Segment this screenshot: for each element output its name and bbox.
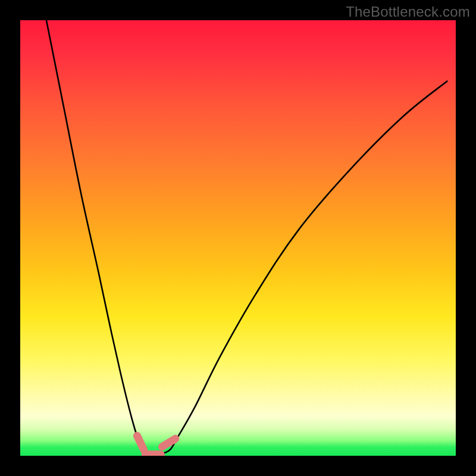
watermark-text: TheBottleneck.com [346,4,470,20]
bottleneck-curve [46,20,447,455]
curve-layer [20,20,456,456]
curve-markers [137,436,175,454]
plot-area [20,20,456,456]
left-segment-marker [137,436,143,449]
chart-frame: TheBottleneck.com [0,0,476,476]
